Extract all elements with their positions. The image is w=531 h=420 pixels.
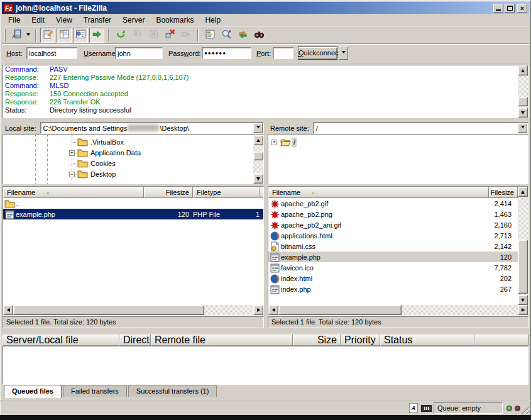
tree-item-root[interactable]: +/ [268, 137, 527, 148]
directory-listing-filters-button[interactable] [202, 28, 217, 43]
tree-item-desktop[interactable]: −Desktop [3, 169, 252, 180]
find-files-button[interactable] [251, 28, 266, 43]
site-manager-dropdown-button[interactable] [25, 28, 32, 43]
tree-item-cookies[interactable]: Cookies [3, 158, 252, 169]
scroll-up-button[interactable] [253, 135, 263, 145]
file-row-example-php[interactable]: example.php120PHP File1 [3, 209, 263, 219]
arrow-down-icon [521, 111, 525, 116]
local-site-dropdown-button[interactable] [253, 123, 263, 133]
column-header-l[interactable]: L [260, 187, 264, 198]
refresh-button[interactable] [113, 28, 128, 43]
log-line-label: Status: [3, 106, 50, 114]
queue-column-size[interactable]: Size [293, 334, 341, 346]
resize-grip[interactable] [521, 406, 529, 414]
log-line-label: Command: [3, 65, 50, 74]
queue-column-status[interactable]: Status [380, 334, 474, 346]
maximize-button[interactable] [505, 4, 515, 13]
scroll-down-button[interactable] [253, 174, 263, 184]
column-header-filename[interactable]: Filename▲ [268, 187, 489, 198]
menu-help[interactable]: Help [199, 14, 226, 26]
remote-path: / [316, 124, 318, 132]
port-input[interactable] [273, 47, 293, 59]
collapse-icon[interactable]: − [69, 172, 75, 177]
close-button[interactable]: × [517, 4, 527, 13]
local-h-scrollbar[interactable] [3, 305, 263, 315]
scroll-thumb[interactable] [278, 305, 402, 315]
username-input[interactable] [115, 47, 163, 59]
file-size: 2,414 [489, 200, 512, 207]
menu-edit[interactable]: Edit [26, 14, 50, 26]
file-row-index-html[interactable]: index.html202 [268, 273, 518, 284]
queue-body[interactable] [3, 346, 528, 385]
scroll-down-button[interactable] [518, 108, 528, 118]
file-row-apache-pb2-png[interactable]: apache_pb2.png1,463 [268, 209, 518, 219]
tab-failed-transfers[interactable]: Failed transfers [63, 385, 127, 397]
disconnect-button[interactable] [162, 28, 177, 43]
remote-site-combo[interactable]: / [313, 122, 528, 134]
minimize-button[interactable] [493, 4, 503, 13]
scroll-up-button[interactable] [518, 187, 528, 197]
expand-icon[interactable]: + [69, 150, 75, 156]
toggle-local-tree-button[interactable] [57, 28, 72, 43]
menu-bookmarks[interactable]: Bookmarks [150, 14, 199, 26]
menu-view[interactable]: View [50, 14, 78, 26]
scroll-right-button[interactable] [253, 305, 263, 315]
file-row-apache-pb2-gif[interactable]: apache_pb2.gif2,414 [268, 198, 518, 209]
menu-transfer[interactable]: Transfer [78, 14, 117, 26]
directory-comparison-button[interactable] [219, 28, 234, 43]
tree-item--virtualbox[interactable]: .VirtualBox [3, 137, 252, 148]
synchronized-browsing-button[interactable] [235, 28, 250, 43]
queue-column-spacer[interactable] [474, 334, 528, 346]
arrow-up-icon [256, 137, 260, 142]
quickconnect-dropdown-button[interactable] [339, 47, 348, 60]
column-header-filesize[interactable]: Filesize [489, 187, 518, 198]
file-row-favicon-ico[interactable]: favicon.ico7,782 [268, 262, 518, 273]
divider [2, 63, 529, 64]
remote-v-scrollbar[interactable] [518, 187, 528, 305]
scroll-up-button[interactable] [518, 65, 528, 75]
column-header-filename[interactable]: Filename▲ [3, 187, 144, 198]
password-input[interactable] [202, 47, 251, 59]
file-row-example-php[interactable]: example.php120 [268, 251, 518, 262]
scroll-thumb[interactable] [518, 97, 528, 106]
scroll-thumb[interactable] [13, 305, 204, 315]
log-line-label: Response: [3, 98, 50, 106]
quickconnect-button[interactable]: Quickconnect [298, 47, 337, 60]
tab-queued-files[interactable]: Queued files [4, 385, 62, 398]
toolbar-grip[interactable] [4, 29, 6, 41]
host-input[interactable] [26, 47, 77, 59]
expand-icon[interactable]: + [271, 140, 277, 145]
scroll-left-button[interactable] [268, 305, 278, 315]
queue-column-server-local-file[interactable]: Server/Local file [3, 334, 119, 346]
queue-column-priority[interactable]: Priority [341, 334, 380, 346]
scroll-left-button[interactable] [3, 305, 13, 315]
toggle-message-log-button[interactable] [40, 28, 55, 43]
local-tree-scrollbar[interactable] [253, 135, 263, 184]
scroll-thumb[interactable] [518, 240, 528, 294]
scroll-thumb[interactable] [253, 152, 263, 160]
column-header-label: L [263, 189, 264, 196]
file-row-index-php[interactable]: index.php267 [268, 284, 518, 294]
remote-site-dropdown-button[interactable] [518, 123, 527, 133]
scroll-right-button[interactable] [518, 305, 528, 315]
tab-successful-transfers-1-[interactable]: Successful transfers (1) [128, 385, 217, 397]
file-row-bitnami-css[interactable]: bitnami.css2,142 [268, 241, 518, 251]
toggle-transfer-queue-button[interactable] [89, 28, 104, 43]
column-header-filesize[interactable]: Filesize [144, 187, 193, 198]
file-row-apache-pb2-ani-gif[interactable]: apache_pb2_ani.gif2,160 [268, 219, 518, 230]
local-directory-tree: .VirtualBox+Application DataCookies−Desk… [3, 135, 264, 184]
local-site-combo[interactable]: C:\Documents and Settings\Desktop\ [40, 122, 264, 134]
menu-file[interactable]: File [3, 14, 26, 26]
column-header-filetype[interactable]: Filetype [193, 187, 260, 198]
toggle-remote-tree-button[interactable] [73, 28, 88, 43]
queue-column-remote-file[interactable]: Remote file [151, 334, 293, 346]
queue-column-directi-[interactable]: Directi... [119, 334, 151, 346]
log-scrollbar[interactable] [518, 65, 528, 118]
tree-item-application-data[interactable]: +Application Data [3, 148, 252, 158]
menu-server[interactable]: Server [117, 14, 150, 26]
scroll-down-button[interactable] [518, 295, 528, 305]
site-manager-button[interactable] [9, 28, 24, 43]
file-row--[interactable]: .. [3, 198, 263, 209]
remote-h-scrollbar[interactable] [268, 305, 528, 315]
file-row-applications-html[interactable]: applications.html2,713 [268, 230, 518, 241]
